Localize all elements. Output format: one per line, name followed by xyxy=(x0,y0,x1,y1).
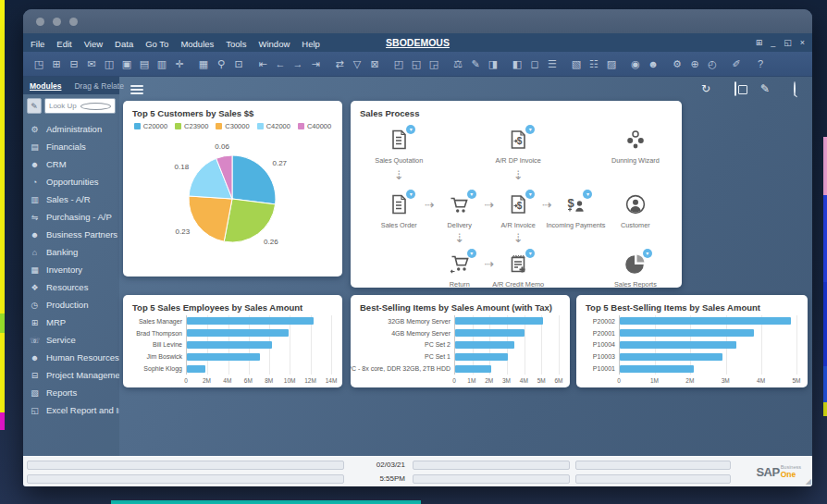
sidebar-item-purchasing-a-p[interactable]: ⇋Purchasing - A/P xyxy=(23,208,119,226)
form-finder-icon[interactable]: ◳ xyxy=(32,59,45,69)
sidebar-item-sales-a-r[interactable]: ▥Sales - A/R xyxy=(23,191,119,208)
window-titlebar[interactable] xyxy=(23,9,812,33)
copy-special-icon[interactable]: ◫ xyxy=(103,59,116,69)
sidebar-item-production[interactable]: ◷Production xyxy=(23,296,119,313)
process-node-a-r-invoice[interactable]: ▾A/R Invoice xyxy=(488,193,549,229)
lock-screen-icon[interactable]: ◉ xyxy=(629,59,642,69)
sidebar-item-mrp[interactable]: ⊞MRP xyxy=(23,313,119,331)
sidebar-item-project-management[interactable]: ⊟Project Management xyxy=(23,366,119,384)
layout-grid-icon[interactable]: ⊞ xyxy=(756,38,763,47)
help-icon[interactable]: ? xyxy=(754,59,767,69)
process-node-customer[interactable]: Customer xyxy=(605,193,666,229)
sidebar-item-business-partners[interactable]: ☻Business Partners xyxy=(23,226,119,243)
menu-settings-button[interactable]: ✎ xyxy=(27,98,42,114)
node-action-badge[interactable]: ▾ xyxy=(525,190,535,199)
close-icon[interactable]: × xyxy=(800,38,805,47)
print-icon[interactable]: ⊞ xyxy=(50,59,63,69)
process-node-return[interactable]: ▾Return xyxy=(429,252,490,288)
add-record-icon[interactable]: ⊡ xyxy=(232,59,245,69)
process-node-sales-order[interactable]: ▾Sales Order xyxy=(368,193,429,229)
menu-file[interactable]: File xyxy=(31,39,44,49)
journal-voucher-icon[interactable]: ◲ xyxy=(427,59,440,69)
sidebar-item-inventory[interactable]: ▦Inventory xyxy=(23,261,119,278)
process-node-incoming-payments[interactable]: ▾Incoming Payments xyxy=(545,193,606,229)
add-widget-icon[interactable]: ⊕ xyxy=(688,59,701,69)
send-email-icon[interactable]: ✉ xyxy=(85,59,98,69)
next-record-icon[interactable]: → xyxy=(291,59,304,69)
refresh-record-icon[interactable]: ⇄ xyxy=(333,59,346,69)
menu-go-to[interactable]: Go To xyxy=(145,39,168,49)
target-document-icon[interactable]: ▨ xyxy=(605,59,618,69)
tab-modules[interactable]: Modules xyxy=(23,81,68,91)
document-settings-icon[interactable]: ◨ xyxy=(487,59,500,69)
process-node-a-r-dp-invoice[interactable]: ▾A/R DP Invoice xyxy=(488,129,549,165)
refresh-icon[interactable]: ↻ xyxy=(701,83,710,94)
find-icon[interactable]: ⚲ xyxy=(215,59,228,69)
process-node-sales-quotation[interactable]: ▾Sales Quotation xyxy=(368,129,429,165)
traffic-light-close[interactable] xyxy=(36,18,44,26)
sidebar-item-crm[interactable]: ☻CRM xyxy=(23,155,119,173)
approval-stamp-icon[interactable]: ☻ xyxy=(647,59,660,69)
settings-clock-icon[interactable]: ⚙ xyxy=(671,59,684,69)
edit-pencil-icon[interactable]: ✎ xyxy=(760,83,770,94)
node-action-badge[interactable]: ▾ xyxy=(406,125,415,134)
search-icon[interactable] xyxy=(794,83,796,94)
menu-edit[interactable]: Edit xyxy=(56,39,71,49)
menu-data[interactable]: Data xyxy=(115,39,133,49)
export-excel-icon[interactable]: ▣ xyxy=(120,59,133,69)
calendar-icon[interactable]: ▦ xyxy=(197,59,210,69)
node-action-badge[interactable]: ▾ xyxy=(583,190,592,199)
document-draft-icon[interactable]: ⚖ xyxy=(451,59,464,69)
minimize-icon[interactable]: _ xyxy=(771,38,775,47)
menu-tools[interactable]: Tools xyxy=(226,39,246,49)
resize-grip[interactable]: ◢ xyxy=(806,477,811,486)
export-pdf-icon[interactable]: ▥ xyxy=(155,59,168,69)
sidebar-item-administration[interactable]: ⚙Administration xyxy=(23,120,119,138)
filter-table-icon[interactable]: ▽ xyxy=(351,59,364,69)
process-node-dunning-wizard[interactable]: Dunning Wizard xyxy=(605,129,666,165)
transaction-journal-icon[interactable]: ▧ xyxy=(570,59,583,69)
payment-means-icon[interactable]: ◧ xyxy=(511,59,524,69)
menu-view[interactable]: View xyxy=(84,39,103,49)
node-action-badge[interactable]: ▾ xyxy=(525,125,535,134)
sidebar-item-reports[interactable]: ▧Reports xyxy=(23,384,119,401)
sidebar-item-financials[interactable]: ▤Financials xyxy=(23,138,119,155)
export-word-icon[interactable]: ▤ xyxy=(138,59,151,69)
process-node-sales-reports[interactable]: ▾Sales Reports xyxy=(605,252,666,288)
process-node-a-r-credit-memo[interactable]: ▾A/R Credit Memo xyxy=(488,252,549,288)
traffic-light-minimize[interactable] xyxy=(53,18,61,26)
sidebar-item-resources[interactable]: ❖Resources xyxy=(23,278,119,296)
sidebar-item-banking[interactable]: ⌂Banking xyxy=(23,243,119,261)
sidebar-item-excel-report-and-interactive-a[interactable]: ◱Excel Report and Interactive A xyxy=(23,401,119,419)
sidebar-item-human-resources[interactable]: ☻Human Resources xyxy=(23,349,119,366)
lookup-menus-input[interactable]: Look Up Menus xyxy=(44,98,116,114)
menu-window[interactable]: Window xyxy=(258,39,290,49)
link-arrow-icon[interactable]: ◰ xyxy=(392,59,405,69)
base-document-icon[interactable]: ☷ xyxy=(587,59,600,69)
restore-icon[interactable]: ◱ xyxy=(784,38,792,47)
time-icon[interactable]: ◴ xyxy=(706,59,719,69)
pencil-note-icon[interactable]: ✐ xyxy=(730,59,743,69)
previous-record-icon[interactable]: ← xyxy=(274,59,287,69)
node-action-badge[interactable]: ▾ xyxy=(467,249,476,258)
move-form-icon[interactable]: ✛ xyxy=(173,59,186,69)
edit-line-icon[interactable]: ✎ xyxy=(469,59,482,69)
gross-profit-icon[interactable]: ◻ xyxy=(528,59,541,69)
traffic-light-zoom[interactable] xyxy=(69,18,78,26)
sidebar-item-service[interactable]: ☏Service xyxy=(23,331,119,349)
menu-modules[interactable]: Modules xyxy=(180,39,214,49)
print-preview-icon[interactable]: ⊟ xyxy=(68,59,80,69)
widget-gallery-icon[interactable] xyxy=(734,83,736,94)
process-node-delivery[interactable]: ▾Delivery xyxy=(429,193,490,229)
sidebar-item-opportunities[interactable]: ◔Opportunities xyxy=(23,173,119,191)
volume-weight-icon[interactable]: ☰ xyxy=(546,59,559,69)
node-action-badge[interactable]: ▾ xyxy=(525,249,535,258)
node-action-badge[interactable]: ▾ xyxy=(406,190,415,199)
journal-entry-icon[interactable]: ◱ xyxy=(410,59,423,69)
menu-help[interactable]: Help xyxy=(302,39,320,49)
node-action-badge[interactable]: ▾ xyxy=(643,249,652,258)
form-settings-icon[interactable]: ⊠ xyxy=(368,59,381,69)
last-record-icon[interactable]: ⇥ xyxy=(309,59,322,69)
first-record-icon[interactable]: ⇤ xyxy=(256,59,269,69)
node-action-badge[interactable]: ▾ xyxy=(467,190,476,199)
